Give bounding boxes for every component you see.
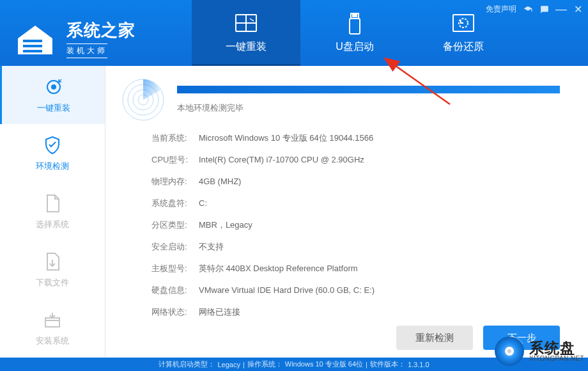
windows-icon <box>234 12 258 35</box>
logo-area: 系统之家 装机大师 <box>0 0 192 66</box>
action-buttons: 重新检测 下一步 <box>396 326 560 350</box>
info-value: 网络已连接 <box>199 306 240 318</box>
info-label: 系统盘符: <box>151 198 199 209</box>
radar-icon <box>121 77 166 122</box>
sidebar-item-install-system[interactable]: 安装系统 <box>0 299 105 357</box>
file-icon <box>42 193 63 214</box>
info-label: 物理内存: <box>151 176 199 187</box>
info-row: 硬盘信息:VMware Virtual IDE Hard Drive (60.0… <box>151 280 560 301</box>
info-row: 安全启动:不支持 <box>151 236 560 258</box>
sidebar-item-env-check[interactable]: 环境检测 <box>0 124 105 182</box>
footer-boot-type-label: 计算机启动类型： <box>159 359 215 369</box>
shield-check-icon <box>42 135 63 155</box>
svg-point-4 <box>50 43 52 45</box>
info-value: MBR，Legacy <box>199 219 252 231</box>
progress-bar <box>177 86 560 93</box>
svg-rect-11 <box>353 15 354 17</box>
sidebar-item-label: 下载文件 <box>36 277 69 288</box>
sidebar-item-label: 一键重装 <box>37 102 70 114</box>
tab-label: 备份还原 <box>443 40 484 54</box>
close-icon[interactable]: ✕ <box>573 4 583 15</box>
info-value: VMware Virtual IDE Hard Drive (60.0 GB, … <box>199 285 375 295</box>
disclaimer-link[interactable]: 免责声明 <box>486 4 516 15</box>
info-row: 系统盘符:C: <box>151 193 560 214</box>
svg-point-3 <box>46 47 49 50</box>
sidebar-item-select-system[interactable]: 选择系统 <box>0 182 105 241</box>
next-button[interactable]: 下一步 <box>483 326 560 350</box>
info-value: 不支持 <box>199 241 224 253</box>
footer-boot-type: Legacy <box>217 361 240 368</box>
info-row: 网络状态:网络已连接 <box>151 301 560 323</box>
info-value: 英特尔 440BX Desktop Reference Platform <box>199 263 358 274</box>
progress-status-text: 本地环境检测完毕 <box>177 102 560 114</box>
info-label: 分区类型: <box>151 219 199 231</box>
info-value: 4GB (MHZ) <box>199 177 241 186</box>
logo-title: 系统之家 <box>66 19 135 42</box>
download-icon <box>42 251 63 272</box>
body: 一键重装 环境检测 选择系统 <box>0 66 588 358</box>
usb-icon <box>343 12 367 35</box>
chat-icon[interactable] <box>539 4 550 15</box>
nav-tabs: 一键重装 U盘启动 备份还原 <box>192 0 518 66</box>
svg-point-5 <box>49 51 51 53</box>
svg-rect-17 <box>45 318 59 327</box>
rescan-button[interactable]: 重新检测 <box>396 326 473 350</box>
logo-text: 系统之家 装机大师 <box>66 19 135 58</box>
info-label: 安全启动: <box>151 241 199 253</box>
svg-rect-1 <box>23 45 42 47</box>
sidebar-item-download-file[interactable]: 下载文件 <box>0 241 105 299</box>
minimize-icon[interactable]: — <box>556 4 566 15</box>
sidebar-item-one-click[interactable]: 一键重装 <box>0 66 105 124</box>
sidebar-item-label: 安装系统 <box>36 335 69 347</box>
window-controls: 免责声明 — ✕ <box>486 4 583 15</box>
restore-icon <box>451 12 476 35</box>
info-label: CPU型号: <box>151 154 199 166</box>
progress-area: 本地环境检测完毕 <box>177 86 560 114</box>
sidebar-item-label: 环境检测 <box>36 161 69 172</box>
info-row: 分区类型:MBR，Legacy <box>151 214 560 236</box>
sidebar: 一键重装 环境检测 选择系统 <box>0 66 105 358</box>
tab-label: U盘启动 <box>336 40 374 54</box>
tab-usb-boot[interactable]: U盘启动 <box>300 0 409 66</box>
info-row: 当前系统:Microsoft Windows 10 专业版 64位 19044.… <box>151 127 560 149</box>
info-label: 当前系统: <box>151 132 199 144</box>
logo-subtitle: 装机大师 <box>66 43 107 58</box>
svg-rect-12 <box>355 15 357 17</box>
sidebar-item-label: 选择系统 <box>36 219 69 230</box>
graduation-icon[interactable] <box>523 4 533 15</box>
tab-reinstall[interactable]: 一键重装 <box>192 0 300 66</box>
info-label: 网络状态: <box>151 306 199 318</box>
info-value: Microsoft Windows 10 专业版 64位 19044.1566 <box>199 132 373 144</box>
info-value: Intel(R) Core(TM) i7-10700 CPU @ 2.90GHz <box>199 155 364 164</box>
main-content: 本地环境检测完毕 当前系统:Microsoft Windows 10 专业版 6… <box>105 66 588 358</box>
tab-label: 一键重装 <box>226 40 267 54</box>
info-row: CPU型号:Intel(R) Core(TM) i7-10700 CPU @ 2… <box>151 149 560 171</box>
scan-row: 本地环境检测完毕 <box>121 77 560 122</box>
box-download-icon <box>42 310 63 330</box>
header: 免责声明 — ✕ 系统之家 装机大师 <box>0 0 588 66</box>
footer-version-label: 软件版本： <box>370 359 405 369</box>
info-label: 主板型号: <box>151 263 199 274</box>
target-icon <box>43 77 64 97</box>
footer-os: Windows 10 专业版 64位 <box>285 359 363 369</box>
svg-point-16 <box>52 85 56 89</box>
progress-fill <box>177 86 560 93</box>
info-row: 物理内存:4GB (MHZ) <box>151 171 560 193</box>
info-label: 硬盘信息: <box>151 285 199 296</box>
footer-version: 1.3.1.0 <box>408 361 429 368</box>
info-row: 主板型号:英特尔 440BX Desktop Reference Platfor… <box>151 258 560 280</box>
svg-rect-2 <box>23 50 42 52</box>
svg-rect-10 <box>350 19 360 34</box>
footer: 计算机启动类型： Legacy | 操作系统： Windows 10 专业版 6… <box>0 358 588 371</box>
footer-os-label: 操作系统： <box>247 359 282 369</box>
info-value: C: <box>199 198 207 208</box>
logo-icon <box>12 19 59 59</box>
svg-rect-0 <box>23 40 42 42</box>
info-list: 当前系统:Microsoft Windows 10 专业版 64位 19044.… <box>151 127 560 323</box>
